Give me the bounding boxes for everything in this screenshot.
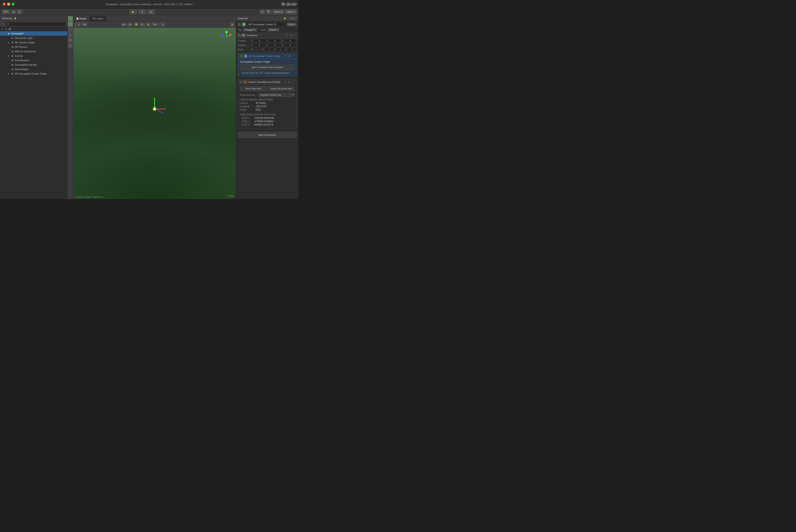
object-name-input[interactable] — [247, 22, 285, 26]
unity-toolbar: DB ▾ ☁ ⚙ ▶ ⏸ ⏭ ⚙ 🔍 Layers ▾ Layout ▾ — [0, 8, 298, 15]
game-tab[interactable]: 🎮 Game — [90, 16, 107, 21]
tree-item-geospatial[interactable]: ▾ ⊕ Geospatial* — [0, 31, 67, 36]
layers-button[interactable]: Layers ▾ — [287, 2, 290, 6]
create-sub-scene-button[interactable]: Create Sub-Scene Here — [268, 86, 295, 91]
settings-button[interactable]: ⚙ — [17, 10, 22, 14]
window-title: Geospatial - Geospatial Creator workshop… — [106, 3, 193, 5]
db-button[interactable]: DB ▾ — [2, 10, 10, 14]
geospatial-controller-icon: ⊕ — [11, 63, 14, 66]
geo-checkbox[interactable]: ✓ — [240, 55, 243, 58]
hierarchy-lock-icon[interactable]: 🔒 — [14, 17, 17, 20]
custom-tool-button[interactable]: ★ — [68, 43, 73, 48]
play-button[interactable]: ▶ — [130, 10, 137, 14]
hierarchy-search-input[interactable] — [5, 22, 65, 26]
svg-text:X: X — [230, 34, 231, 36]
tree-item-ar-session-origin[interactable]: ▶ ⊕ AR Session Origin — [0, 40, 67, 45]
pause-button[interactable]: ⏸ — [139, 10, 146, 14]
viewport-light-button[interactable]: 💡 — [134, 22, 139, 27]
hierarchy-more-icon[interactable]: ⋮ — [18, 17, 21, 20]
static-badge[interactable]: Static ▾ — [287, 23, 297, 26]
step-button[interactable]: ⏭ — [148, 10, 155, 14]
transform-tool-button[interactable]: ⊞ — [68, 38, 73, 42]
rot-x-input[interactable] — [253, 43, 266, 47]
tree-item-canvas[interactable]: ▶ ⊕ Canvas — [0, 54, 67, 58]
rot-y-input[interactable] — [268, 43, 281, 47]
open-quickstart-button[interactable]: Open Geospatial Creator Quickstart — [240, 65, 295, 70]
scene-viewport[interactable]: X Y Z Google • Landsat / Copernicus • ← … — [73, 28, 236, 199]
tree-item-arcore-ext[interactable]: ⊕ ARCore Extensions — [0, 49, 67, 54]
transform-more-icon[interactable]: ⋮ — [293, 34, 297, 37]
minimize-button[interactable] — [7, 3, 10, 5]
pos-x-input[interactable] — [253, 39, 266, 42]
viewport-camera-button[interactable]: 📷▾ — [152, 22, 158, 27]
geo-more-icon[interactable]: ⋮ — [291, 55, 295, 58]
ecef-z-row: ECEF Z 4056960.15133778 — [240, 123, 295, 127]
scale-y-input[interactable] — [276, 48, 285, 51]
place-origin-button[interactable]: Place Origin Here — [240, 86, 267, 91]
hierarchy-panel: Hierarchy 🔒 ⋮ + ▾ ≡ All ▾ ⊕ Geospatial* — [0, 15, 68, 199]
pos-z-input[interactable] — [284, 39, 297, 42]
layers-tab-button[interactable]: Layers — [288, 17, 297, 20]
tree-item-ar-session[interactable]: ⊕ AR Session — [0, 45, 67, 49]
pos-y-input[interactable] — [268, 39, 281, 42]
close-button[interactable] — [3, 3, 5, 5]
object-type-icon: ⊕ — [242, 22, 246, 26]
viewport-audio-button[interactable]: 🔊 — [139, 22, 145, 27]
layers-toolbar-button[interactable]: Layers ▾ — [272, 10, 284, 14]
scale-lock-icon[interactable]: ⛓ — [251, 49, 253, 51]
event-system-icon: ⊕ — [11, 59, 14, 62]
scale-tool-button[interactable]: ⤢ — [68, 27, 73, 32]
viewport-shading-button[interactable]: ⬛▾ — [75, 22, 81, 27]
scene-tab[interactable]: ⬢ Scene — [73, 16, 90, 21]
scene-orientation-gizmo[interactable]: X Y Z — [220, 31, 233, 44]
hierarchy-add-icon[interactable]: + — [2, 22, 5, 26]
object-active-checkbox[interactable]: ✓ — [238, 23, 241, 26]
viewport-gizmo-button[interactable]: ⊕▾ — [121, 22, 127, 27]
rect-tool-button[interactable]: ▭ — [68, 32, 73, 37]
viewport-2d-button[interactable]: 2D — [128, 22, 133, 27]
scale-x-input[interactable] — [264, 48, 273, 51]
layer-dropdown[interactable]: Default ▾ — [267, 28, 279, 32]
search-toolbar-button[interactable]: 🔍 — [266, 10, 271, 14]
tag-dropdown[interactable]: Untagged ▾ — [243, 28, 257, 32]
search-icon[interactable]: 🔍 — [281, 2, 285, 6]
tree-item-event-system[interactable]: ⊕ EventSystem — [0, 58, 67, 62]
scale-z-input[interactable] — [287, 48, 297, 51]
move-tool-button[interactable]: ✥ — [68, 16, 73, 21]
cesium-settings-icon[interactable]: ⚙ — [288, 80, 291, 83]
layout-button[interactable]: Layout ▾ — [292, 2, 296, 6]
rot-z-input[interactable] — [284, 43, 297, 47]
viewport-tabs: ⬢ Scene 🎮 Game ⋮ — [73, 15, 236, 21]
ecef-y-row: ECEF Y -4740028.10428527 — [240, 120, 295, 123]
geo-settings-icon[interactable]: ⚙ — [288, 55, 291, 58]
viewport-grid-button[interactable]: ⊞ — [230, 22, 234, 27]
maximize-button[interactable] — [12, 3, 15, 5]
scale-lock-item: ⛓ — [251, 48, 262, 51]
tree-item-ar-geo-origin[interactable]: ▶ ⊕ AR Geospatial Creator Origin — [0, 72, 67, 76]
viewport-overlay-button[interactable]: 👁▾ — [82, 22, 88, 27]
viewport-render-button[interactable]: ⬛▾ — [159, 22, 165, 27]
origin-authority-dropdown[interactable]: Longitude Latitude Heig ▾ — [259, 93, 295, 97]
transform-settings-icon[interactable]: ⚙ — [290, 34, 293, 37]
add-component-button[interactable]: Add Component — [238, 132, 297, 138]
tree-item-gameobject[interactable]: ⊕ GameObject — [0, 67, 67, 72]
cesium-checkbox[interactable]: ✓ — [240, 81, 243, 83]
scale-z-item: Z — [286, 48, 297, 51]
tree-item-directional-light[interactable]: ◎ Directional Light — [0, 36, 67, 40]
viewport-more-icon[interactable]: ⋮ — [233, 18, 236, 21]
transform-checkbox[interactable]: ✓ — [238, 34, 241, 37]
cesium-info-icon[interactable]: ? — [284, 80, 287, 83]
layout-toolbar-button[interactable]: Layout ▾ — [285, 10, 297, 14]
cloud-button[interactable]: ☁ — [11, 10, 16, 14]
transform-info-icon[interactable]: ? — [286, 34, 289, 37]
transform-header[interactable]: ✓ ⊞ Transform ? ⚙ ⋮ — [236, 32, 298, 38]
rotate-tool-button[interactable]: ↺ — [68, 21, 73, 26]
inspector-lock-icon[interactable]: 🔒 — [283, 17, 286, 20]
collab-button[interactable]: ⚙ — [260, 10, 265, 14]
geo-info-icon[interactable]: ? — [284, 55, 287, 58]
tree-item-all[interactable]: ▾ ≡ All — [0, 27, 67, 31]
viewport-fx-button[interactable]: ✨ — [146, 22, 151, 27]
object-name-row: ✓ ⊕ Static ▾ — [236, 21, 298, 27]
cesium-more-icon[interactable]: ⋮ — [291, 80, 295, 83]
tree-item-geospatial-controller[interactable]: ⊕ GeospatialController — [0, 62, 67, 67]
